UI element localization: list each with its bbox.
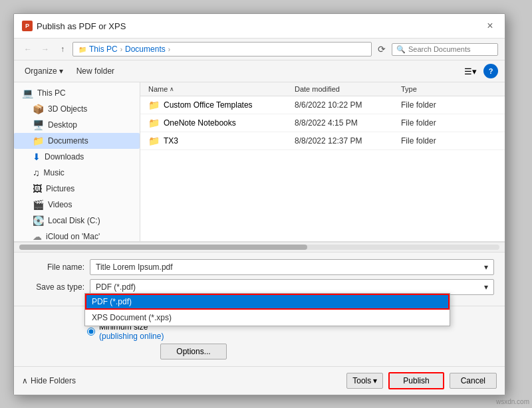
tools-label: Tools	[352, 376, 371, 385]
scrollbar-thumb[interactable]	[19, 245, 307, 250]
sidebar-item-downloads[interactable]: ⬇ Downloads	[14, 149, 140, 165]
3d-objects-icon: 📦	[33, 104, 44, 114]
desktop-icon: 🖥️	[33, 120, 44, 130]
hide-folders-label: Hide Folders	[31, 376, 76, 385]
sidebar-item-videos[interactable]: 🎬 Videos	[14, 197, 140, 213]
sidebar-item-pictures[interactable]: 🖼 Pictures	[14, 181, 140, 197]
file-row-1[interactable]: 📁 OneNote Notebooks 8/8/2022 4:15 PM Fil…	[140, 114, 505, 132]
sidebar-item-desktop-label: Desktop	[48, 120, 77, 130]
save-as-type-value: PDF (*.pdf)	[96, 282, 136, 292]
file-name-2: 📁 TX3	[148, 136, 295, 146]
online-link-minimum[interactable]: (publishing online)	[99, 332, 164, 341]
hide-folders-button[interactable]: ∧ Hide Folders	[22, 376, 76, 385]
new-folder-button[interactable]: New folder	[72, 64, 118, 78]
file-name-input[interactable]: Title Lorem Ipsum.pdf ▾	[90, 259, 494, 275]
file-name-0: 📁 Custom Office Templates	[148, 100, 295, 110]
breadcrumb: 📁 This PC › Documents ›	[72, 42, 372, 56]
file-type-2: File folder	[401, 136, 481, 146]
col-name-header[interactable]: Name ∧	[148, 85, 295, 93]
publish-button[interactable]: Publish	[388, 372, 444, 389]
organize-button[interactable]: Organize ▾	[21, 64, 67, 78]
nav-bar: ← → ↑ 📁 This PC › Documents › ⟳ 🔍	[14, 39, 505, 60]
videos-icon: 🎬	[33, 199, 44, 210]
downloads-icon: ⬇	[33, 152, 41, 162]
local-disk-icon: 💽	[33, 215, 44, 226]
music-icon: ♫	[33, 167, 40, 178]
dropdown-item-pdf[interactable]: PDF (*.pdf)	[85, 294, 450, 310]
publish-dialog: P Publish as PDF or XPS × ← → ↑ 📁 This P…	[13, 13, 505, 395]
file-row-2[interactable]: 📁 TX3 8/8/2022 12:37 PM File folder	[140, 132, 505, 150]
filename-row: File name: Title Lorem Ipsum.pdf ▾	[25, 259, 494, 275]
view-icon: ☰	[464, 66, 472, 76]
options-button[interactable]: Options...	[160, 344, 227, 359]
close-button[interactable]: ×	[483, 19, 497, 33]
file-type-0: File folder	[401, 100, 481, 110]
file-date-1: 8/8/2022 4:15 PM	[295, 118, 401, 128]
up-button[interactable]: ↑	[55, 42, 70, 56]
refresh-button[interactable]: ⟳	[374, 42, 389, 56]
file-name-label: File name:	[25, 262, 84, 272]
search-icon: 🔍	[396, 45, 406, 54]
sidebar-item-icloud[interactable]: ☁ iCloud on 'Mac'	[14, 229, 140, 241]
tools-arrow: ▾	[373, 376, 377, 385]
help-button[interactable]: ?	[483, 64, 498, 78]
view-button[interactable]: ☰ ▾	[462, 63, 478, 79]
folder-icon-2: 📁	[148, 136, 160, 146]
breadcrumb-sep1: ›	[120, 46, 122, 53]
icloud-icon: ☁	[33, 231, 42, 241]
file-row-0[interactable]: 📁 Custom Office Templates 8/6/2022 10:22…	[140, 96, 505, 114]
sidebar-item-icloud-label: iCloud on 'Mac'	[46, 232, 100, 241]
this-pc-icon: 💻	[22, 88, 33, 98]
file-date-0: 8/6/2022 10:22 PM	[295, 100, 401, 110]
col-type-header[interactable]: Type	[401, 85, 481, 93]
scrollbar-area	[14, 242, 505, 253]
sidebar-item-3d-objects[interactable]: 📦 3D Objects	[14, 101, 140, 117]
file-name-value: Title Lorem Ipsum.pdf	[96, 262, 173, 272]
scrollbar-track[interactable]	[19, 245, 499, 250]
back-button[interactable]: ←	[21, 42, 35, 56]
title-bar: P Publish as PDF or XPS ×	[14, 14, 505, 39]
folder-icon-0: 📁	[148, 100, 160, 110]
breadcrumb-documents[interactable]: Documents	[125, 45, 166, 54]
organize-arrow: ▾	[59, 66, 63, 76]
file-type-1: File folder	[401, 118, 481, 128]
footer: ∧ Hide Folders Tools ▾ Publish Cancel	[14, 366, 505, 395]
sidebar-item-downloads-label: Downloads	[45, 152, 84, 161]
cancel-button[interactable]: Cancel	[450, 373, 497, 389]
title-bar-left: P Publish as PDF or XPS	[22, 21, 126, 31]
organize-label: Organize	[25, 66, 57, 76]
app-icon: P	[22, 21, 33, 31]
file-list-header: Name ∧ Date modified Type	[140, 82, 505, 96]
dropdown-item-xps[interactable]: XPS Document (*.xps)	[85, 310, 450, 326]
toolbar: Organize ▾ New folder ☰ ▾ ?	[14, 60, 505, 82]
sidebar-item-music[interactable]: ♫ Music	[14, 165, 140, 181]
sidebar-item-desktop[interactable]: 🖥️ Desktop	[14, 117, 140, 133]
dialog-title: Publish as PDF or XPS	[37, 21, 126, 31]
sidebar-item-local-disk[interactable]: 💽 Local Disk (C:)	[14, 213, 140, 229]
sort-arrow: ∧	[170, 86, 174, 92]
sidebar-item-videos-label: Videos	[48, 200, 72, 209]
breadcrumb-sep2: ›	[168, 46, 170, 53]
forward-button[interactable]: →	[38, 42, 53, 56]
col-date-header[interactable]: Date modified	[295, 85, 401, 93]
sidebar-item-this-pc-label: This PC	[37, 88, 66, 98]
file-name-1: 📁 OneNote Notebooks	[148, 118, 295, 128]
breadcrumb-this-pc[interactable]: This PC	[89, 45, 118, 54]
pictures-icon: 🖼	[33, 183, 42, 194]
radio-minimum[interactable]	[87, 328, 95, 336]
watermark: wsxdn.com	[496, 398, 529, 405]
sidebar-item-this-pc[interactable]: 💻 This PC	[14, 85, 140, 101]
sidebar-item-3d-objects-label: 3D Objects	[48, 104, 87, 114]
search-input[interactable]	[408, 45, 488, 53]
save-type-dropdown: PDF (*.pdf) XPS Document (*.xps)	[84, 293, 450, 326]
sidebar-item-local-disk-label: Local Disk (C:)	[48, 216, 100, 225]
footer-right: Tools ▾ Publish Cancel	[346, 372, 497, 389]
hide-folders-arrow: ∧	[22, 376, 28, 385]
file-date-2: 8/8/2022 12:37 PM	[295, 136, 401, 146]
save-type-dropdown-arrow: ▾	[484, 282, 488, 292]
file-list: Name ∧ Date modified Type 📁 Custom Offic…	[140, 82, 505, 241]
tools-button[interactable]: Tools ▾	[346, 373, 383, 389]
sidebar-item-documents-label: Documents	[48, 136, 88, 146]
sidebar-item-documents[interactable]: 📁 Documents	[14, 133, 140, 149]
sidebar-item-music-label: Music	[44, 168, 65, 177]
